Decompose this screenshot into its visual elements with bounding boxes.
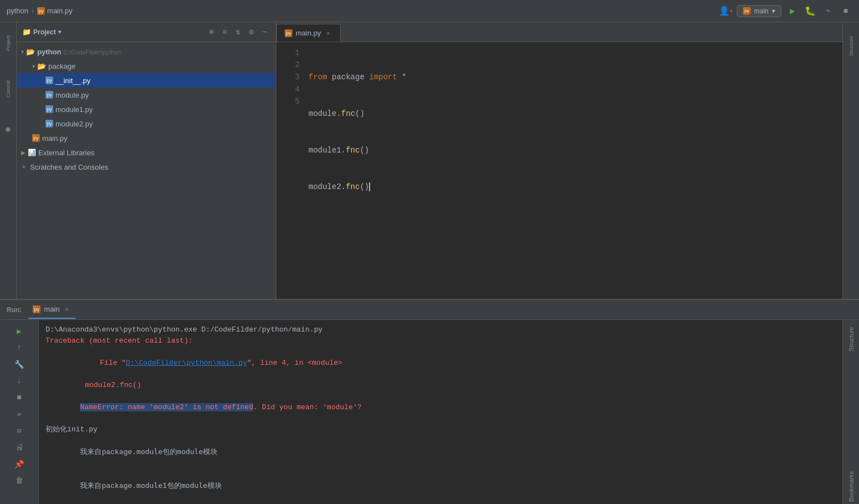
main-py-label: main.py	[42, 134, 68, 142]
external-libs-icon: 📊	[28, 149, 36, 156]
hide-panel-button[interactable]: −	[259, 27, 270, 38]
code-line-5	[309, 217, 842, 230]
run-config-chevron: ▾	[772, 7, 775, 15]
line-num-3: 3	[295, 71, 300, 83]
main-area: Project Commit ◉ 📁 Project ▾ ⊕ ≡ ⇅ ⚙ −	[0, 22, 859, 299]
console-stop-button[interactable]: ■	[13, 391, 26, 404]
code-line-3: module1.fnc()	[309, 144, 842, 156]
file-icon: py	[37, 7, 45, 15]
output-line-6: 初始化init.py	[46, 424, 836, 435]
line-num-1: 1	[295, 47, 300, 59]
sidebar-item-commit[interactable]: Commit	[1, 72, 16, 105]
console-run-button[interactable]: ▶	[13, 324, 26, 338]
top-right-controls: 👤▾ py main ▾ ▶ 🐛 ↷ ■	[719, 4, 852, 18]
folder-icon: 📁	[22, 28, 31, 36]
package-label: package	[48, 62, 75, 70]
editor-tabs: py main.py ×	[276, 22, 842, 42]
module1-py-label: module1.py	[55, 105, 93, 114]
collapse-all-button[interactable]: ≡	[219, 27, 230, 38]
output-line-5: NameError: name 'module2' is not defined…	[46, 391, 836, 424]
panel-tools: ⊕ ≡ ⇅ ⚙ −	[206, 27, 270, 38]
editor-tab-main[interactable]: py main.py ×	[276, 24, 341, 42]
console-side-buttons: ▶ ↑ 🔧 ↓ ■ ⇌ ⊟ 🖨 📌 🗑	[0, 320, 39, 504]
console-down-button[interactable]: ↓	[13, 374, 26, 388]
bottom-panel: Run: py main × ▶ ↑ 🔧 ↓ ■ ⇌ ⊟ 🖨 📌 🗑 D:\An…	[0, 299, 859, 504]
init-py-icon: py	[46, 77, 53, 84]
package-folder-icon: 📂	[37, 62, 46, 70]
add-file-button[interactable]: ⊕	[206, 27, 217, 38]
run-config-selector[interactable]: py main ▾	[737, 5, 781, 17]
settings-button[interactable]: ⚙	[246, 27, 257, 38]
output-file-link[interactable]: D:\CodeFilder\python\main.py	[126, 359, 247, 367]
tree-item-module[interactable]: py module.py	[17, 88, 276, 102]
output-line-1: D:\Anaconda3\envs\python\python.exe D:/C…	[46, 324, 836, 335]
commit-label: Commit	[6, 80, 11, 98]
user-button[interactable]: 👤▾	[719, 4, 732, 18]
output-line-7: 我来自package.module包的module模块	[46, 435, 836, 469]
breadcrumb-file[interactable]: py main.py	[37, 7, 73, 15]
bottom-tab-close[interactable]: ×	[63, 306, 71, 313]
module2-py-label: module2.py	[55, 120, 93, 128]
line-num-5: 5	[295, 95, 300, 108]
breadcrumb: python › py main.py	[7, 7, 73, 15]
structure-label: Structure	[848, 36, 854, 57]
tree-item-main[interactable]: py main.py	[17, 131, 276, 145]
bottom-tab-main[interactable]: py main ×	[28, 301, 75, 319]
console-trash-button[interactable]: 🗑	[13, 474, 26, 487]
breadcrumb-project[interactable]: python	[7, 7, 28, 15]
module2-py-icon: py	[46, 120, 53, 128]
right-sidebar-icons: Structure	[842, 22, 859, 299]
console-wrench-button[interactable]: 🔧	[13, 358, 26, 371]
scratches-label: Scratches and Consoles	[30, 163, 108, 171]
code-line-2: module.fnc()	[309, 108, 842, 120]
tab-file-icon: py	[285, 29, 292, 37]
python-folder-icon: 📂	[26, 48, 35, 56]
sidebar-icon-unknown[interactable]: ◉	[1, 112, 16, 145]
tree-root-python[interactable]: ▾ 📂 python D:\CodeFilder\python	[17, 44, 276, 59]
line-num-4: 4	[295, 83, 300, 95]
run-button[interactable]: ▶	[786, 4, 799, 18]
sidebar-item-project[interactable]: Project	[1, 27, 16, 60]
bottom-tab-icon: py	[33, 306, 41, 313]
main-py-icon: py	[32, 134, 40, 142]
console-pin-button[interactable]: 📌	[13, 457, 26, 471]
tree-item-module1[interactable]: py module1.py	[17, 102, 276, 116]
stop-button[interactable]: ■	[839, 4, 852, 18]
console-output: D:\Anaconda3\envs\python\python.exe D:/C…	[39, 320, 842, 504]
console-print-button[interactable]: 🖨	[13, 441, 26, 454]
structure-bottom-label[interactable]: Structure	[847, 324, 856, 354]
output-error-highlight: NameError: name 'module2' is not defined	[80, 403, 253, 411]
code-line-4: module2.fnc()	[309, 181, 842, 193]
debug-button[interactable]: 🐛	[804, 4, 817, 18]
chevron-down-icon: ▾	[21, 49, 24, 55]
file-tree: ▾ 📂 python D:\CodeFilder\python ▾ 📂 pack…	[17, 42, 276, 299]
step-over-button[interactable]: ↷	[821, 4, 835, 18]
editor-area: py main.py × 1 2 3 4 5 from package impo…	[276, 22, 842, 299]
code-content[interactable]: from package import * module.fnc() modul…	[304, 42, 842, 299]
console-wrap-button[interactable]: ⇌	[13, 408, 26, 421]
python-root-label: python D:\CodeFilder\python	[37, 48, 121, 56]
bottom-right-icons: Structure Bookmarks	[842, 320, 859, 504]
bookmarks-label[interactable]: Bookmarks	[847, 469, 856, 504]
tree-item-init[interactable]: py __init__.py	[17, 73, 276, 88]
bottom-tabs: Run: py main ×	[0, 300, 859, 320]
tree-item-scratches[interactable]: ⚬ Scratches and Consoles	[17, 160, 276, 174]
module1-py-icon: py	[46, 105, 53, 113]
project-panel-header: 📁 Project ▾ ⊕ ≡ ⇅ ⚙ −	[17, 22, 276, 42]
bottom-content: ▶ ↑ 🔧 ↓ ■ ⇌ ⊟ 🖨 📌 🗑 D:\Anaconda3\envs\py…	[0, 320, 859, 504]
console-up-button[interactable]: ↑	[13, 341, 26, 354]
tab-close-button[interactable]: ×	[325, 29, 332, 37]
tree-package[interactable]: ▾ 📂 package	[17, 59, 276, 73]
run-config-label: main	[754, 7, 769, 15]
line-numbers: 1 2 3 4 5	[276, 42, 304, 299]
sidebar-right-structure[interactable]: Structure	[844, 27, 858, 65]
tree-item-module2[interactable]: py module2.py	[17, 116, 276, 131]
run-label: Run:	[7, 306, 22, 314]
output-line3-post: ", line 4, in <module>	[247, 359, 342, 367]
output-line-8: 我来自package.module1包的module模块	[46, 469, 836, 503]
module-py-label: module.py	[55, 91, 89, 99]
expand-all-button[interactable]: ⇅	[233, 27, 244, 38]
tree-item-external-libs[interactable]: ▶ 📊 External Libraries	[17, 145, 276, 160]
console-split-button[interactable]: ⊟	[13, 424, 26, 437]
run-config-icon: py	[743, 7, 751, 15]
